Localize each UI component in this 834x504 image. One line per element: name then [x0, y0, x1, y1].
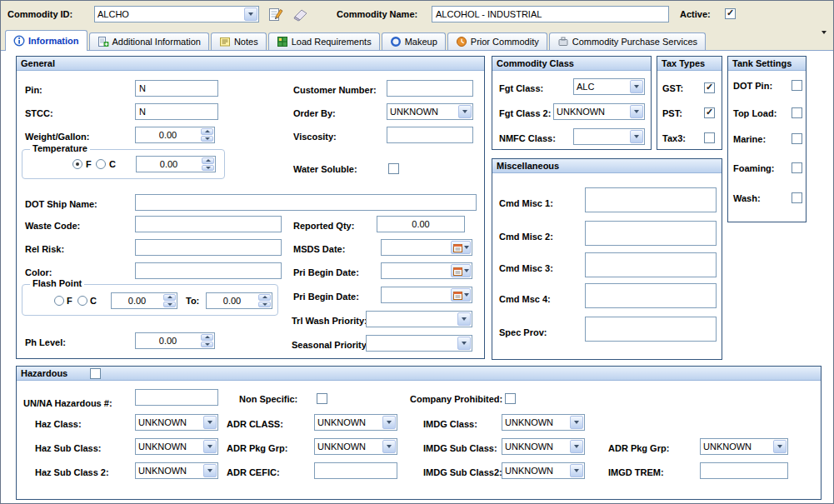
- msds-date-picker[interactable]: [381, 239, 472, 256]
- company-prohibited-checkbox[interactable]: [505, 393, 516, 404]
- top-load-checkbox[interactable]: [792, 107, 802, 118]
- fgt-class-select[interactable]: ALC: [573, 78, 645, 95]
- spec-prov-label: Spec Prov:: [499, 327, 547, 338]
- chevron-down-icon[interactable]: [203, 416, 217, 429]
- haz-class-select[interactable]: UNKNOWN: [135, 414, 218, 431]
- chevron-down-icon[interactable]: [630, 80, 643, 93]
- temperature-c-radio[interactable]: [96, 159, 106, 169]
- chevron-down-icon[interactable]: [630, 105, 643, 118]
- active-label: Active:: [680, 9, 711, 20]
- reported-qty-input[interactable]: 0.00: [377, 216, 465, 232]
- chevron-down-icon[interactable]: [457, 337, 471, 350]
- pri-begin-date-picker[interactable]: [381, 262, 472, 279]
- adr-pkg-grp-2-select[interactable]: UNKNOWN: [700, 438, 788, 455]
- flash-point-from-stepper[interactable]: 0.00: [111, 292, 177, 309]
- stcc-input[interactable]: N: [135, 103, 218, 120]
- tab-notes[interactable]: Notes: [211, 32, 267, 50]
- pst-checkbox[interactable]: [704, 107, 715, 118]
- chevron-down-icon[interactable]: [382, 440, 396, 453]
- tab-overflow-button[interactable]: [822, 34, 827, 44]
- chevron-down-icon[interactable]: [570, 440, 583, 453]
- spin-down-button[interactable]: [201, 342, 213, 348]
- temperature-f-radio[interactable]: [72, 159, 82, 169]
- rel-risk-input[interactable]: [135, 239, 282, 256]
- chevron-down-icon[interactable]: [457, 312, 471, 326]
- chevron-down-icon[interactable]: [244, 7, 257, 21]
- calendar-button[interactable]: [451, 241, 471, 254]
- color-input[interactable]: [135, 262, 282, 279]
- ph-level-stepper[interactable]: 0.00: [135, 332, 215, 349]
- commodity-name-input[interactable]: ALCOHOL - INDUSTRIAL: [432, 6, 669, 22]
- flash-point-f-radio[interactable]: [54, 296, 64, 306]
- tab-makeup[interactable]: Makeup: [382, 32, 446, 50]
- temperature-stepper[interactable]: 0.00: [136, 156, 216, 172]
- non-specific-checkbox[interactable]: [317, 393, 327, 404]
- imdg-class-select[interactable]: UNKNOWN: [502, 414, 585, 431]
- viscosity-input[interactable]: [387, 127, 473, 143]
- chevron-down-icon[interactable]: [382, 416, 396, 429]
- tab-additional-information[interactable]: Additional Information: [89, 32, 209, 50]
- water-soluble-checkbox[interactable]: [388, 163, 399, 174]
- spin-up-button[interactable]: [258, 294, 271, 301]
- imdg-sub-class-2-select[interactable]: UNKNOWN: [502, 462, 585, 479]
- gst-checkbox[interactable]: [704, 82, 715, 93]
- tab-load-requirements[interactable]: Load Requirements: [268, 32, 380, 50]
- tax3-checkbox[interactable]: [704, 132, 715, 143]
- calendar-button[interactable]: [451, 264, 471, 277]
- marine-checkbox[interactable]: [792, 133, 802, 144]
- clear-commodity-button[interactable]: [292, 7, 310, 22]
- seasonal-priority-select[interactable]: [366, 335, 472, 352]
- chevron-down-icon[interactable]: [570, 464, 583, 477]
- adr-cefic-input[interactable]: [314, 462, 397, 479]
- haz-sub-class-2-select[interactable]: UNKNOWN: [135, 462, 218, 479]
- tab-information[interactable]: Information: [5, 30, 87, 51]
- dot-ship-name-input[interactable]: [135, 194, 477, 211]
- un-na-hazardous-input[interactable]: [135, 389, 218, 406]
- flash-point-to-stepper[interactable]: 0.00: [206, 292, 272, 309]
- wash-checkbox[interactable]: [792, 192, 802, 203]
- cmd-misc-3-input[interactable]: [585, 252, 717, 277]
- edit-commodity-button[interactable]: [267, 5, 287, 23]
- order-by-select[interactable]: UNKNOWN: [387, 103, 473, 120]
- spin-down-button[interactable]: [163, 302, 176, 308]
- nmfc-class-select[interactable]: [573, 128, 645, 145]
- customer-number-input[interactable]: [387, 80, 473, 97]
- pin-input[interactable]: N: [135, 80, 218, 97]
- cmd-misc-1-input[interactable]: [585, 187, 717, 212]
- chevron-down-icon[interactable]: [203, 440, 217, 453]
- active-checkbox[interactable]: [725, 8, 736, 19]
- pri-begin-date-2-picker[interactable]: [381, 287, 472, 303]
- tab-prior-commodity[interactable]: Prior Commodity: [447, 32, 547, 50]
- spin-down-button[interactable]: [201, 136, 213, 142]
- calendar-button[interactable]: [451, 288, 471, 302]
- chevron-down-icon[interactable]: [458, 105, 472, 118]
- cmd-misc-2-input[interactable]: [585, 221, 717, 246]
- adr-class-select[interactable]: UNKNOWN: [314, 414, 397, 431]
- chevron-down-icon[interactable]: [203, 464, 217, 477]
- adr-pkg-grp-select[interactable]: UNKNOWN: [314, 438, 397, 455]
- foaming-checkbox[interactable]: [792, 162, 802, 173]
- trl-wash-priority-select[interactable]: [366, 311, 472, 327]
- spin-up-button[interactable]: [163, 294, 176, 301]
- waste-code-input[interactable]: [135, 216, 282, 232]
- spin-down-button[interactable]: [202, 165, 214, 172]
- hazardous-checkbox[interactable]: [90, 368, 101, 379]
- chevron-down-icon[interactable]: [773, 440, 787, 453]
- commodity-id-select[interactable]: ALCHO: [94, 6, 259, 22]
- spin-up-button[interactable]: [202, 157, 214, 164]
- weight-gallon-stepper[interactable]: 0.00: [135, 127, 215, 143]
- spin-up-button[interactable]: [201, 128, 213, 135]
- flash-point-c-radio[interactable]: [77, 296, 87, 306]
- tab-commodity-purchase-services[interactable]: Commodity Purchase Services: [549, 32, 706, 50]
- cmd-msc-4-input[interactable]: [585, 283, 717, 308]
- haz-sub-class-select[interactable]: UNKNOWN: [135, 438, 218, 455]
- spec-prov-input[interactable]: [585, 317, 717, 342]
- spin-down-button[interactable]: [258, 302, 271, 308]
- imdg-sub-class-select[interactable]: UNKNOWN: [502, 438, 585, 455]
- chevron-down-icon[interactable]: [630, 130, 643, 143]
- fgt-class-2-select[interactable]: UNKNOWN: [553, 103, 645, 120]
- imgd-trem-input[interactable]: [700, 462, 788, 479]
- chevron-down-icon[interactable]: [570, 416, 583, 429]
- spin-up-button[interactable]: [201, 334, 213, 341]
- dot-pin-checkbox[interactable]: [792, 80, 802, 91]
